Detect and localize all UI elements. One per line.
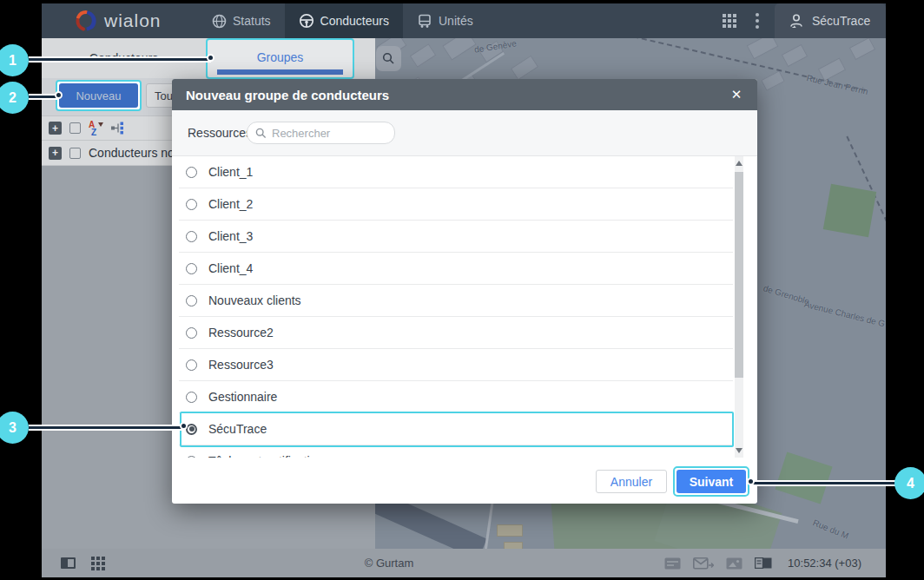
radio-icon[interactable] — [186, 167, 197, 178]
tab-active-underline — [217, 69, 343, 75]
more-menu-icon[interactable] — [756, 13, 759, 29]
bottom-apps-icon[interactable] — [91, 557, 105, 570]
bottom-statusbar: © Gurtam — [42, 549, 886, 577]
nav-item-label: Conducteurs — [320, 14, 389, 28]
callout-line-1 — [29, 56, 211, 63]
street-label: Avenue Charles de G — [803, 300, 886, 329]
wialon-app-window: wialon Statuts — [42, 3, 886, 577]
expand-group-icon[interactable]: + — [49, 147, 62, 160]
group-row-label: Conducteurs nor — [89, 146, 179, 160]
radio-icon[interactable] — [186, 199, 197, 210]
apps-grid-icon[interactable] — [723, 14, 736, 28]
callout-dot-2 — [55, 91, 63, 99]
nav-item-label: Statuts — [233, 14, 271, 28]
callout-badge-4: 4 — [894, 467, 924, 499]
street-label: Rue du M — [812, 517, 850, 540]
group-checkbox[interactable] — [69, 148, 81, 159]
copyright-label: © Gurtam — [337, 549, 441, 577]
search-icon — [255, 128, 267, 139]
expand-all-icon[interactable]: + — [49, 122, 62, 135]
close-icon[interactable]: ✕ — [724, 79, 749, 110]
new-driver-group-dialog: Nouveau groupe de conducteurs ✕ Ressourc… — [172, 79, 757, 504]
callout-badge-2: 2 — [0, 82, 29, 114]
radio-icon[interactable] — [186, 231, 197, 242]
callout-dot-3 — [180, 422, 188, 430]
clock-label: 10:52:34 (+03) — [788, 557, 861, 570]
nav-item-label: Unités — [439, 14, 473, 28]
radio-icon[interactable] — [186, 263, 197, 274]
search-icon — [382, 52, 395, 65]
street-label: de Grenoble — [762, 283, 811, 306]
wialon-logo-icon — [75, 10, 97, 32]
tab-groupes-highlighted[interactable]: Groupes — [206, 38, 354, 79]
image-icon[interactable] — [726, 557, 742, 570]
sidebar-toggle-icon[interactable] — [61, 557, 76, 569]
nav-item-unites[interactable]: Unités — [403, 3, 487, 38]
resource-option[interactable]: Client_3 — [179, 221, 733, 253]
user-icon — [789, 13, 804, 29]
resource-option[interactable]: Tâches et notifications — [179, 445, 733, 458]
wialon-logo-text: wialon — [104, 10, 162, 31]
resource-search-input[interactable] — [272, 127, 376, 140]
callout-dot-4 — [747, 478, 755, 485]
bus-icon — [417, 13, 432, 29]
resource-list: Client_1 Client_2 Client_3 Client_4 Nouv… — [172, 156, 757, 458]
resources-label: Ressources — [188, 110, 252, 156]
resource-option[interactable]: Ressource3 — [179, 349, 733, 381]
dialog-footer: Annuler Suivant — [172, 458, 757, 504]
next-button-highlight: Suivant — [673, 466, 749, 497]
resource-option[interactable]: Nouveaux clients — [179, 285, 733, 317]
scroll-up-icon[interactable] — [736, 161, 742, 166]
callout-badge-1: 1 — [0, 44, 29, 76]
annotated-screenshot-frame: wialon Statuts — [0, 0, 924, 580]
map-search-button[interactable] — [376, 46, 401, 71]
new-button-highlight: Nouveau — [56, 80, 142, 111]
new-group-button[interactable]: Nouveau — [59, 83, 138, 108]
messages-icon[interactable] — [693, 557, 714, 570]
navbar-right: SécuTrace — [723, 3, 886, 38]
scrollbar-thumb[interactable] — [735, 172, 743, 378]
wialon-logo[interactable]: wialon — [75, 10, 162, 32]
resource-option-selected[interactable]: SécuTrace — [179, 413, 733, 445]
cancel-button[interactable]: Annuler — [596, 470, 667, 493]
callout-dot-1 — [207, 54, 214, 62]
user-name-label: SécuTrace — [812, 14, 870, 28]
next-button[interactable]: Suivant — [676, 470, 746, 493]
globe-icon — [212, 14, 227, 29]
nav-item-conducteurs[interactable]: Conducteurs — [285, 3, 403, 38]
resource-option[interactable]: Client_2 — [179, 188, 733, 221]
list-scrollbar[interactable] — [735, 156, 743, 458]
user-menu[interactable]: SécuTrace — [775, 3, 886, 38]
top-navbar: wialon Statuts — [42, 3, 886, 38]
resource-option[interactable]: Ressource2 — [179, 317, 733, 349]
navbar-items: Statuts Conducteurs — [198, 3, 487, 38]
radio-icon[interactable] — [186, 295, 197, 306]
split-view-icon[interactable] — [755, 557, 772, 569]
callout-line-3 — [29, 425, 184, 431]
radio-icon[interactable] — [186, 327, 197, 339]
steering-wheel-icon — [299, 13, 314, 29]
radio-icon[interactable] — [186, 392, 197, 403]
resource-option[interactable]: Gestionnaire — [179, 381, 733, 413]
group-structure-icon[interactable] — [111, 122, 126, 135]
resource-option[interactable]: Client_1 — [179, 156, 733, 188]
sort-az-icon[interactable]: AZ — [89, 121, 103, 136]
resource-option[interactable]: Client_4 — [179, 253, 733, 285]
callout-badge-3: 3 — [0, 412, 29, 444]
street-label: Rue Jean Perrin — [806, 73, 869, 96]
dialog-filter-row: Ressources — [172, 110, 757, 156]
dialog-header: Nouveau groupe de conducteurs ✕ — [172, 79, 757, 110]
resource-search-box[interactable] — [247, 122, 395, 144]
callout-line-4 — [751, 480, 895, 486]
select-all-checkbox[interactable] — [69, 122, 81, 134]
notice-card-icon[interactable] — [664, 557, 681, 570]
scroll-down-icon[interactable] — [736, 448, 742, 453]
nav-item-statuts[interactable]: Statuts — [198, 3, 285, 38]
dialog-title: Nouveau groupe de conducteurs — [186, 88, 389, 102]
radio-icon[interactable] — [186, 359, 197, 371]
